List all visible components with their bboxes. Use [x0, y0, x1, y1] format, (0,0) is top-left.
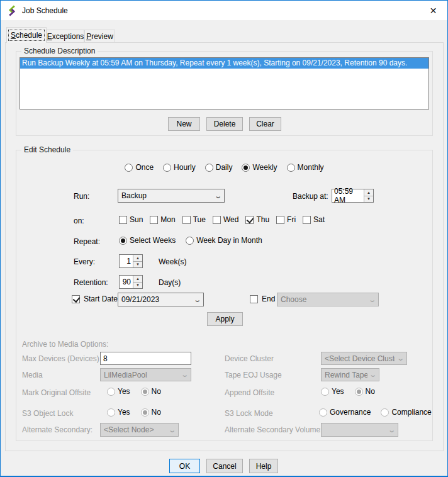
- schedule-list[interactable]: Run Backup Weekly at 05:59 AM on Thursda…: [20, 57, 429, 109]
- day-option-fri[interactable]: Fri: [276, 215, 296, 224]
- checkbox-wed[interactable]: [213, 216, 221, 224]
- repeat-label: Repeat:: [74, 237, 100, 246]
- checkbox-fri[interactable]: [276, 216, 284, 224]
- day-option-sun[interactable]: Sun: [119, 215, 143, 224]
- repeat-option-week-day-in-month[interactable]: Week Day in Month: [186, 236, 262, 245]
- tab-schedule-label: Schedule: [9, 30, 44, 40]
- end-date-checkbox[interactable]: [250, 295, 258, 303]
- radio-yes: [107, 408, 115, 417]
- spin-down-button[interactable]: ▼: [364, 196, 373, 203]
- spin-down-button[interactable]: ▼: [133, 283, 142, 289]
- every-unit-label: Week(s): [159, 257, 186, 266]
- spin-up-button[interactable]: ▲: [133, 276, 142, 283]
- schedule-description-group-label: Schedule Description: [21, 47, 98, 55]
- append-offsite-yes-option: Yes: [321, 387, 344, 396]
- mark-original-yes-option: Yes: [107, 387, 130, 396]
- weekday-checkbox-group: Sun Mon Tue Wed Thu Fri Sat: [119, 215, 325, 224]
- spin-up-button[interactable]: ▲: [364, 189, 373, 196]
- day-option-mon[interactable]: Mon: [150, 215, 175, 224]
- s3-object-lock-radio-group: Yes No: [107, 408, 161, 417]
- radio-monthly[interactable]: [287, 164, 295, 172]
- backup-at-label: Backup at:: [293, 192, 328, 201]
- window-title: Job Schedule: [22, 6, 68, 15]
- checkbox-mon[interactable]: [150, 216, 158, 224]
- close-button[interactable]: ✕: [419, 1, 447, 20]
- backup-time-spinner[interactable]: 05:59 AM ▲▼: [332, 189, 374, 203]
- s3-lock-mode-radio-group: Governance Compliance: [319, 408, 432, 417]
- ok-button[interactable]: OK: [169, 459, 200, 473]
- media-combobox: LilMediaPool ⌄: [100, 368, 191, 381]
- tab-schedule[interactable]: Schedule: [6, 27, 47, 43]
- append-offsite-label: Append Offsite: [225, 388, 274, 397]
- every-weeks-spinner[interactable]: 1 ▲▼: [119, 254, 143, 268]
- spin-up-button[interactable]: ▲: [133, 255, 142, 262]
- chevron-down-icon: ⌄: [168, 427, 176, 434]
- title-bar: Job Schedule ✕: [1, 1, 447, 20]
- radio-yes: [107, 388, 115, 396]
- every-label: Every:: [74, 257, 95, 266]
- day-option-thu[interactable]: Thu: [245, 215, 269, 224]
- chevron-down-icon: ⌄: [193, 296, 201, 303]
- max-devices-input[interactable]: [100, 352, 191, 365]
- mark-original-offsite-label: Mark Original Offsite: [22, 388, 91, 397]
- spin-down-button[interactable]: ▼: [133, 262, 142, 268]
- start-date-checkbox[interactable]: [72, 295, 80, 303]
- radio-week-day-in-month[interactable]: [186, 237, 194, 245]
- help-button[interactable]: Help: [249, 459, 278, 473]
- radio-daily[interactable]: [205, 164, 213, 172]
- chevron-down-icon: ⌄: [368, 296, 376, 303]
- run-label: Run:: [74, 192, 89, 201]
- cancel-button[interactable]: Cancel: [206, 459, 243, 473]
- frequency-option-weekly[interactable]: Weekly: [242, 163, 277, 172]
- checkbox-tue[interactable]: [182, 216, 191, 224]
- checkbox-thu[interactable]: [245, 216, 254, 224]
- frequency-option-once[interactable]: Once: [125, 163, 154, 172]
- chevron-down-icon: ⌄: [369, 371, 377, 378]
- frequency-radio-group: Once Hourly Daily Weekly Monthly: [16, 163, 432, 172]
- day-option-wed[interactable]: Wed: [213, 215, 238, 224]
- radio-hourly[interactable]: [163, 164, 171, 172]
- mark-original-offsite-radio-group: Yes No: [107, 387, 161, 396]
- day-option-tue[interactable]: Tue: [182, 215, 206, 224]
- schedule-list-item[interactable]: Run Backup Weekly at 05:59 AM on Thursda…: [20, 58, 428, 69]
- s3-lock-mode-label: S3 Lock Mode: [225, 409, 273, 418]
- repeat-option-select-weeks[interactable]: Select Weeks: [119, 236, 176, 245]
- checkbox-sat[interactable]: [303, 216, 311, 224]
- frequency-option-daily[interactable]: Daily: [205, 163, 233, 172]
- delete-button[interactable]: Delete: [206, 117, 243, 131]
- frequency-option-monthly[interactable]: Monthly: [287, 163, 324, 172]
- run-combobox[interactable]: Backup ⌄: [118, 189, 225, 203]
- frequency-option-hourly[interactable]: Hourly: [163, 163, 196, 172]
- s3-object-lock-no-option: No: [141, 408, 161, 417]
- start-date-option[interactable]: Start Date:: [72, 295, 120, 303]
- tab-preview[interactable]: Preview: [84, 30, 115, 42]
- start-date-combobox[interactable]: 09/21/2023 ⌄: [118, 293, 204, 306]
- day-option-sat[interactable]: Sat: [303, 215, 325, 224]
- job-schedule-dialog: Job Schedule ✕ Schedule Exceptions Previ…: [0, 0, 448, 477]
- s3-object-lock-yes-option: Yes: [107, 408, 130, 417]
- s3-lock-mode-governance-option: Governance: [319, 408, 371, 417]
- tape-eoj-usage-combobox: Rewind Tapes ⌄: [321, 368, 379, 381]
- schedule-description-group: Schedule Description Run Backup Weekly a…: [16, 51, 433, 136]
- clear-button[interactable]: Clear: [249, 117, 281, 131]
- chevron-down-icon: ⌄: [181, 371, 189, 378]
- radio-select-weeks[interactable]: [119, 237, 127, 245]
- radio-weekly[interactable]: [242, 164, 250, 172]
- close-icon: ✕: [430, 6, 437, 16]
- s3-lock-mode-compliance-option: Compliance: [381, 408, 431, 417]
- tab-exceptions[interactable]: Exceptions: [47, 30, 84, 42]
- radio-no: [141, 408, 149, 417]
- tab-preview-label: Preview: [86, 32, 113, 41]
- tape-eoj-usage-label: Tape EOJ Usage: [225, 371, 282, 379]
- repeat-radio-group: Select Weeks Week Day in Month: [119, 236, 262, 245]
- retention-label: Retention:: [74, 278, 108, 287]
- on-label: on:: [74, 216, 84, 225]
- radio-once[interactable]: [125, 164, 133, 172]
- checkbox-sun[interactable]: [119, 216, 127, 224]
- apply-button[interactable]: Apply: [207, 312, 243, 326]
- edit-schedule-group-label: Edit Schedule: [21, 145, 73, 154]
- edit-schedule-group: Edit Schedule Once Hourly Daily Weekly M…: [16, 150, 433, 441]
- radio-no: [141, 388, 149, 396]
- retention-days-spinner[interactable]: 90 ▲▼: [119, 275, 143, 289]
- new-button[interactable]: New: [168, 117, 200, 131]
